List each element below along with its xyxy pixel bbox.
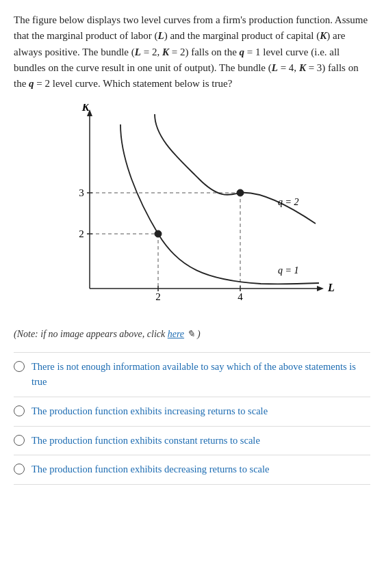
radio-option-1[interactable]	[14, 361, 25, 372]
point-l4-k3	[237, 189, 244, 196]
y-tick-2: 2	[79, 228, 84, 239]
graph-container: K L 2 3 2 4 q = 2 q = 1	[14, 104, 370, 316]
point-l2-k2	[155, 230, 162, 237]
option-item-3[interactable]: The production function exhibits constan…	[14, 426, 370, 455]
x-tick-4: 4	[238, 291, 243, 302]
note-text: (Note: if no image appears above, click …	[14, 328, 370, 340]
note-link[interactable]: here	[168, 329, 184, 339]
x-tick-2: 2	[155, 291, 161, 302]
option-label-2[interactable]: The production function exhibits increas…	[31, 404, 268, 419]
option-label-3[interactable]: The production function exhibits constan…	[31, 433, 260, 449]
q1-label: q = 1	[278, 265, 298, 276]
y-axis-label: K	[81, 104, 90, 113]
radio-option-2[interactable]	[14, 405, 25, 416]
question-text: The figure below displays two level curv…	[14, 12, 370, 92]
option-item-4[interactable]: The production function exhibits decreas…	[14, 455, 370, 485]
x-axis-label: L	[327, 282, 335, 293]
option-label-1[interactable]: There is not enough information availabl…	[31, 360, 370, 390]
radio-option-3[interactable]	[14, 435, 25, 446]
option-item-1[interactable]: There is not enough information availabl…	[14, 352, 370, 397]
options-list: There is not enough information availabl…	[14, 352, 370, 485]
svg-marker-3	[317, 286, 324, 291]
y-tick-3: 3	[79, 187, 84, 198]
production-graph: K L 2 3 2 4 q = 2 q = 1	[49, 104, 336, 316]
q2-curve	[155, 114, 316, 224]
option-item-2[interactable]: The production function exhibits increas…	[14, 397, 370, 426]
radio-option-4[interactable]	[14, 464, 25, 475]
option-label-4[interactable]: The production function exhibits decreas…	[31, 462, 270, 477]
q2-label: q = 2	[278, 197, 298, 207]
